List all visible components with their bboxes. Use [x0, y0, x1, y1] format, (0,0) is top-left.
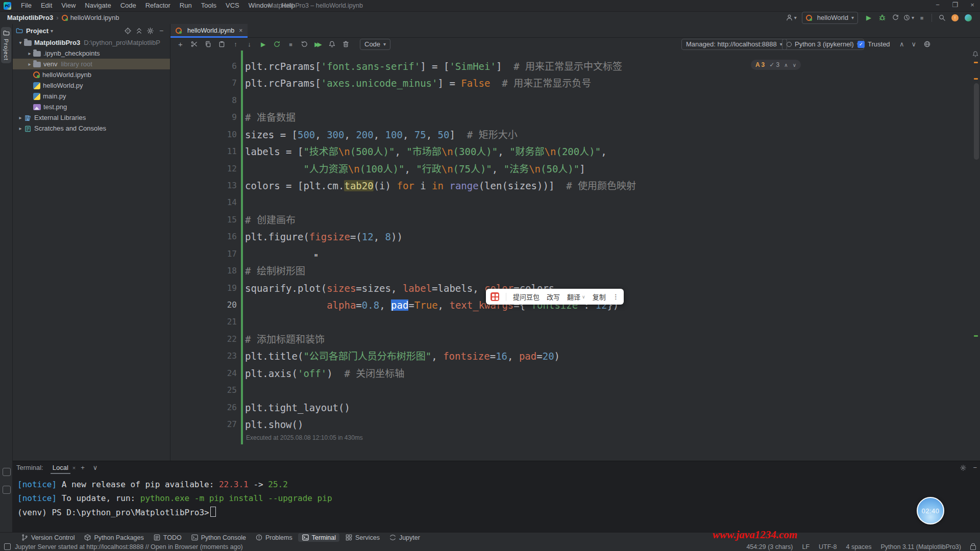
tree-item-helloworld-ipynb[interactable]: helloWorld.ipynb — [13, 69, 170, 80]
gutter-line-number[interactable]: 6 — [170, 58, 237, 75]
update-notification[interactable]: ↑ — [948, 13, 962, 23]
gutter-line-number[interactable]: 11 — [170, 143, 237, 160]
run-all-cells-button[interactable]: ▶▶ — [311, 39, 325, 50]
tab-helloworld-ipynb[interactable]: helloWorld.ipynb × — [170, 24, 248, 37]
cut-cell-button[interactable] — [187, 39, 201, 50]
hide-panel-icon[interactable]: − — [156, 26, 167, 36]
toolwindow-version-control[interactable]: Version Control — [17, 533, 78, 542]
python-interpreter[interactable]: Python 3.11 (MatplotlibPro3) — [881, 543, 962, 550]
next-cell-button[interactable]: ∨ — [912, 40, 917, 48]
minimize-icon[interactable]: − — [973, 464, 977, 471]
gutter-line-number[interactable]: 7 — [170, 74, 237, 92]
gutter-line-number[interactable]: 21 — [170, 313, 237, 331]
menu-edit[interactable]: Edit — [36, 0, 57, 11]
move-cell-up-button[interactable]: ↑ — [229, 39, 242, 50]
gutter-line-number[interactable]: 20 — [170, 296, 237, 314]
coverage-button[interactable] — [889, 13, 902, 23]
delete-cell-button[interactable] — [339, 39, 353, 50]
toolwindow-todo[interactable]: TODO — [150, 533, 185, 542]
gutter-line-number[interactable]: 24 — [170, 365, 237, 382]
profile-button[interactable]: ▾ — [902, 13, 915, 23]
tree-item-scratches-and-consoles[interactable]: ▸Scratches and Consoles — [13, 123, 170, 134]
gutter-line-number[interactable]: 10 — [170, 126, 237, 143]
assistant-logo-icon[interactable] — [491, 292, 499, 301]
popup-item-[interactable]: 翻译∨ — [567, 292, 585, 302]
menu-code[interactable]: Code — [116, 0, 141, 11]
gutter-line-number[interactable]: 15 — [170, 211, 237, 229]
stop-kernel-button[interactable]: ■ — [284, 39, 298, 50]
toolwindow-python-console[interactable]: Python Console — [187, 533, 250, 542]
code-line-10[interactable]: 10sizes = [500, 300, 200, 100, 75, 50] #… — [170, 126, 970, 143]
locate-target-icon[interactable] — [122, 26, 133, 36]
cell-type-dropdown[interactable]: Code ▾ — [360, 39, 390, 50]
code-line-23[interactable]: 23plt.title("公司各部门人员分布树形图", fontsize=16,… — [170, 347, 970, 365]
structure-stripe-icon[interactable] — [3, 486, 11, 494]
chevron-right-icon[interactable]: ▸ — [17, 126, 24, 131]
code-line-13[interactable]: 13colors = [plt.cm.tab20(i) for i in ran… — [170, 177, 970, 194]
code-line-16[interactable]: 16plt.figure(figsize=(12, 8)) — [170, 228, 970, 245]
breadcrumb-file[interactable]: helloWorld.ipynb — [70, 14, 119, 21]
minimize-window-button[interactable]: − — [929, 0, 946, 11]
chevron-right-icon[interactable]: ▸ — [26, 61, 33, 67]
notifications-bell-icon[interactable] — [972, 51, 979, 58]
gutter-line-number[interactable]: 14 — [170, 194, 237, 211]
gutter-line-number[interactable]: 19 — [170, 280, 237, 297]
gutter-line-number[interactable]: 17 — [170, 245, 237, 263]
menu-navigate[interactable]: Navigate — [80, 0, 115, 11]
add-cell-button[interactable]: + — [174, 39, 187, 50]
gutter-line-number[interactable]: 23 — [170, 347, 237, 365]
code-line-17[interactable]: 17 — [170, 245, 970, 263]
restart-kernel-button[interactable] — [270, 39, 284, 50]
gutter-line-number[interactable]: 12 — [170, 160, 237, 178]
lock-icon[interactable] — [970, 545, 976, 550]
gear-icon[interactable] — [144, 26, 156, 36]
tree-item-matplotlibpro3[interactable]: ▾MatplotlibPro3D:\python_pro\MatplotlibP — [13, 37, 170, 48]
plugin-indicator[interactable] — [962, 13, 975, 23]
toolwindow-jupyter[interactable]: Jupyter — [385, 533, 424, 542]
tree-item-main-py[interactable]: main.py — [13, 91, 170, 102]
code-line-14[interactable]: 14 — [170, 194, 970, 211]
menu-run[interactable]: Run — [175, 0, 197, 11]
popup-item-[interactable]: 提问豆包 — [513, 292, 540, 302]
file-encoding[interactable]: UTF-8 — [819, 543, 837, 550]
breadcrumb-project[interactable]: MatplotlibPro3 — [7, 14, 53, 21]
copy-cell-button[interactable] — [201, 39, 215, 50]
toolwindow-problems[interactable]: Problems — [252, 533, 296, 542]
gutter-line-number[interactable]: 22 — [170, 331, 237, 348]
code-line-11[interactable]: 11labels = ["技术部\n(500人)", "市场部\n(300人)"… — [170, 143, 970, 160]
debug-button[interactable] — [875, 13, 889, 23]
run-cell-button[interactable]: ▶ — [256, 39, 270, 50]
menu-view[interactable]: View — [57, 0, 80, 11]
terminal-dropdown-icon[interactable]: ∨ — [93, 464, 98, 471]
tree-item-helloworld-py[interactable]: helloWorld.py — [13, 80, 170, 91]
tree-item-ipynb-checkpoints[interactable]: ▸.ipynb_checkpoints — [13, 48, 170, 59]
run-button[interactable]: ▶ — [862, 13, 875, 23]
toolwindow-python-packages[interactable]: Python Packages — [80, 533, 147, 542]
gutter-line-number[interactable]: 25 — [170, 382, 237, 399]
code-line-7[interactable]: 7plt.rcParams['axes.unicode_minus'] = Fa… — [170, 74, 970, 92]
stop-button[interactable]: ■ — [915, 13, 928, 23]
line-separator[interactable]: LF — [802, 543, 810, 550]
close-icon[interactable]: × — [72, 465, 76, 471]
menu-file[interactable]: File — [16, 0, 36, 11]
status-message[interactable]: Jupyter Server started at http://localho… — [4, 543, 243, 550]
code-line-9[interactable]: 9# 准备数据 — [170, 109, 970, 126]
popup-item-[interactable]: 复制 — [593, 292, 606, 302]
code-line-18[interactable]: 18# 绘制树形图 — [170, 262, 970, 280]
prev-problem-button[interactable]: ∧ — [784, 62, 788, 68]
menu-vcs[interactable]: VCS — [221, 0, 244, 11]
user-menu[interactable]: ▾ — [785, 13, 798, 23]
chevron-right-icon[interactable]: ▸ — [17, 115, 24, 120]
run-config-selector[interactable]: helloWorld▾ — [802, 12, 858, 24]
toolwindow-terminal[interactable]: Terminal — [298, 533, 339, 542]
search-everywhere-button[interactable] — [935, 13, 948, 23]
collapse-all-icon[interactable] — [133, 26, 144, 36]
popup-item-[interactable]: 改写 — [547, 292, 560, 302]
code-line-24[interactable]: 24plt.axis('off') # 关闭坐标轴 — [170, 365, 970, 382]
indent-style[interactable]: 4 spaces — [846, 543, 871, 550]
tree-item-venv[interactable]: ▸venvlibrary root — [13, 59, 170, 69]
tool-stripe-project[interactable]: Project — [1, 27, 11, 63]
gutter-line-number[interactable]: 16 — [170, 228, 237, 245]
maximize-window-button[interactable]: ❐ — [946, 0, 964, 11]
gutter-line-number[interactable]: 26 — [170, 399, 237, 416]
